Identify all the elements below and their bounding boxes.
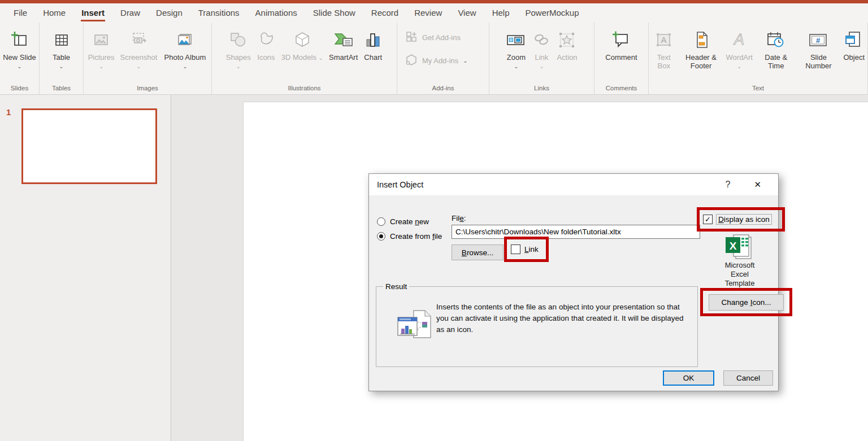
group-label: Slides [0,84,39,94]
photo-album-icon [175,27,194,53]
button-label: Object [843,53,865,62]
3d-models-button[interactable]: 3D Models ⌄ [279,27,326,62]
ribbon-group-slides: New Slide ⌄ Slides [0,23,40,94]
chevron-down-icon: ⌄ [319,55,323,61]
get-add-ins-icon [405,30,418,45]
group-label: Illustrations [212,84,397,94]
group-label: Text [649,84,867,94]
svg-text:X: X [730,240,737,252]
ok-button[interactable]: OK [663,370,714,386]
dialog-close-button[interactable]: ✕ [748,180,767,190]
ribbon: New Slide ⌄ Slides Table⌄ Tables Picture… [0,23,868,95]
link-button[interactable]: Link⌄ [529,27,554,70]
button-label: Pictures⌄ [88,53,115,70]
screenshot-button[interactable]: Screenshot⌄ [118,27,160,70]
photo-album-button[interactable]: Photo Album ⌄ [160,27,210,70]
browse-button[interactable]: Browse... [452,244,504,260]
result-group-box: Result Inserts the contents of the file … [376,286,698,367]
smartart-button[interactable]: SmartArt [326,27,361,62]
result-group-label: Result [383,282,409,291]
radio-label: Create from file [390,232,442,241]
button-label: Photo Album ⌄ [163,53,207,70]
pictures-button[interactable]: Pictures⌄ [85,27,118,70]
dialog-title-bar: Insert Object ? ✕ [369,174,778,195]
chevron-down-icon: ⌄ [99,63,103,69]
get-add-ins-button[interactable]: Get Add-ins [397,30,489,45]
header-footer-icon [692,27,711,53]
result-description: Inserts the contents of the file as an o… [436,302,691,335]
button-label: Zoom⌄ [507,53,526,70]
change-icon-button[interactable]: Change Icon... [709,294,784,311]
menu-tab-help[interactable]: Help [484,3,518,23]
ribbon-group-illustrations: Shapes⌄ Icons 3D Models ⌄ SmartArt [212,23,397,94]
wordart-button[interactable]: A WordArt⌄ [723,27,756,70]
file-label: File: [452,214,466,222]
new-slide-button[interactable]: New Slide ⌄ [0,27,39,70]
shapes-button[interactable]: Shapes⌄ [223,27,254,70]
smartart-icon [333,27,354,53]
button-label: SmartArt [329,53,358,62]
menu-tab-record[interactable]: Record [363,3,406,23]
button-label: Get Add-ins [422,33,461,42]
svg-text:A: A [661,35,666,45]
chevron-down-icon: ⌄ [17,63,21,69]
display-as-icon-checkbox[interactable]: ✓ [703,215,713,224]
chevron-down-icon: ⌄ [183,63,187,69]
menu-tab-draw[interactable]: Draw [112,3,148,23]
button-label: Screenshot⌄ [120,53,158,70]
chevron-down-icon: ⌄ [136,63,141,69]
header-footer-button[interactable]: Header & Footer [679,27,723,70]
cancel-button[interactable]: Cancel [723,370,773,386]
date-time-button[interactable]: Date & Time [756,27,796,70]
file-path-input[interactable] [452,225,700,239]
slide-thumbnail[interactable] [21,108,157,184]
menu-tab-slide-show[interactable]: Slide Show [305,3,363,23]
comment-button[interactable]: Comment [602,27,640,62]
button-label: Date & Time [758,53,793,70]
menu-tab-review[interactable]: Review [406,3,450,23]
display-as-icon-label: Display as icon [716,214,772,225]
text-box-button[interactable]: A Text Box [649,27,679,70]
create-new-radio[interactable]: Create new [377,217,429,226]
table-button[interactable]: Table⌄ [49,27,74,70]
icons-button[interactable]: Icons [254,27,279,62]
button-label: Link⌄ [535,53,548,70]
shapes-icon [229,27,248,53]
zoom-button[interactable]: Zoom⌄ [503,27,529,70]
group-label: Comments [594,84,648,94]
link-checkbox[interactable] [511,244,520,254]
button-label: Header & Footer [682,53,721,70]
chart-button[interactable]: Chart [361,27,385,62]
menu-tab-file[interactable]: File [6,3,35,23]
pictures-icon [92,27,111,53]
svg-text:A: A [733,31,744,48]
ribbon-group-comments: Comment Comments [594,23,649,94]
chevron-down-icon: ⌄ [539,63,544,69]
menu-tab-animations[interactable]: Animations [248,3,305,23]
dialog-help-button[interactable]: ? [718,180,739,190]
chevron-down-icon: ⌄ [463,59,467,63]
button-label: Comment [605,53,637,62]
slide-number-button[interactable]: # Slide Number [796,27,840,70]
my-add-ins-button[interactable]: My Add-ins ⌄ [397,54,489,68]
chevron-down-icon: ⌄ [59,63,63,69]
date-time-icon [766,27,785,53]
object-button[interactable]: Object [840,27,867,62]
ribbon-group-add-ins: Get Add-ins My Add-ins ⌄ Add-ins [397,23,489,94]
chevron-down-icon: ⌄ [737,63,741,69]
chart-icon [363,27,383,53]
menu-tab-design[interactable]: Design [148,3,190,23]
button-label: Action [557,53,577,62]
menu-tab-transitions[interactable]: Transitions [190,3,248,23]
radio-circle [377,217,385,226]
result-preview-icon [397,308,433,343]
action-button[interactable]: Action [554,27,580,62]
link-label: Link [524,245,539,254]
create-from-file-radio[interactable]: Create from file [377,232,442,241]
menu-tab-powermockup[interactable]: PowerMockup [517,3,587,23]
menu-tab-insert[interactable]: Insert [73,3,112,23]
menu-tab-view[interactable]: View [450,3,484,23]
menu-tab-home[interactable]: Home [35,3,73,23]
action-star-icon [557,27,576,53]
slide-thumbnail-panel: 1 [0,95,171,441]
